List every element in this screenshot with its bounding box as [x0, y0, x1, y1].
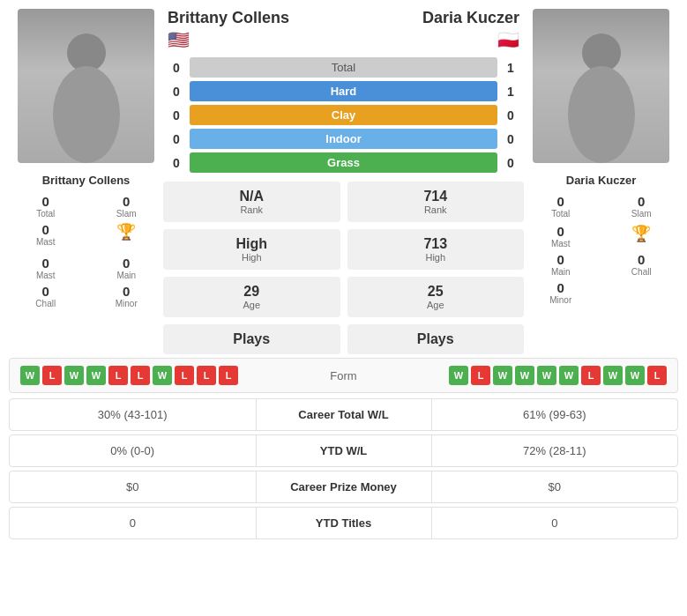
- left-player-photo: [18, 9, 154, 163]
- form-badge-w: W: [86, 366, 106, 385]
- right-form-badges: WLWWWWLWWL: [379, 366, 668, 385]
- total-left-score: 0: [163, 61, 190, 75]
- stats-row: $0 Career Prize Money $0: [9, 471, 678, 503]
- indoor-badge: Indoor: [190, 129, 497, 149]
- comparison-section: Brittany Collens 0 Total 0 Slam 0 Mast 🏆: [9, 9, 678, 358]
- right-player-name: Daria Kuczer: [566, 174, 636, 187]
- hard-badge: Hard: [190, 81, 497, 101]
- right-player-photo: [533, 9, 669, 163]
- stats-center: Career Total W/L: [256, 399, 432, 430]
- left-total-val: 0 Total: [9, 194, 83, 219]
- right-main2: 0 Main: [524, 252, 598, 277]
- clay-row: 0 Clay 0: [163, 105, 524, 125]
- stats-left: $0: [10, 471, 256, 502]
- grass-row: 0 Grass 0: [163, 152, 524, 173]
- right-total-val: 0 Total: [524, 194, 598, 219]
- hard-row: 0 Hard 1: [163, 81, 524, 101]
- grass-right-score: 0: [497, 156, 524, 170]
- svg-point-3: [568, 66, 635, 163]
- right-flag: 🇵🇱: [422, 29, 519, 50]
- right-minor2: 0 Minor: [524, 280, 598, 305]
- svg-point-1: [53, 66, 120, 163]
- left-slam-val: 0 Slam: [90, 194, 164, 219]
- form-badge-l: L: [42, 366, 62, 385]
- stats-left: 0% (0-0): [10, 435, 256, 466]
- form-badge-w: W: [559, 366, 579, 385]
- total-row: 0 Total 1: [163, 57, 524, 78]
- left-form-badges: WLWWLLWLLL: [20, 366, 309, 385]
- center-column: Brittany Collens 🇺🇸 Daria Kuczer 🇵🇱 0 To…: [163, 9, 524, 358]
- names-row: Brittany Collens 🇺🇸 Daria Kuczer 🇵🇱: [163, 9, 524, 50]
- form-badge-w: W: [537, 366, 556, 385]
- left-player-stats: 0 Total 0 Slam 0 Mast 🏆: [9, 192, 163, 252]
- right-player-stats2: 0 Mast 🏆 0 Main 0 Chall 0 Minor: [524, 222, 678, 307]
- stats-row: 0 YTD Titles 0: [9, 507, 678, 539]
- right-player-column: Daria Kuczer 0 Total 0 Slam 0 Mast 🏆: [524, 9, 678, 358]
- stats-center: YTD Titles: [256, 508, 432, 538]
- form-label: Form: [309, 369, 379, 382]
- stats-left: 0: [10, 508, 256, 538]
- form-badge-w: W: [20, 366, 40, 385]
- form-badge-l: L: [175, 366, 194, 385]
- stats-row: 30% (43-101) Career Total W/L 61% (99-63…: [9, 398, 678, 431]
- form-badge-l: L: [108, 366, 128, 385]
- total-right-score: 1: [497, 61, 524, 75]
- right-trophy-icon: 🏆: [605, 224, 679, 249]
- right-high-box: 713 High: [347, 229, 525, 270]
- form-badge-l: L: [197, 366, 216, 385]
- grass-badge: Grass: [190, 152, 497, 173]
- right-info-boxes: 714 Rank 713 High 25 Age Plays: [347, 182, 525, 358]
- form-badge-w: W: [449, 366, 468, 385]
- form-section: WLWWLLWLLL Form WLWWWWLWWL: [9, 358, 678, 393]
- right-age-box: 25 Age: [347, 277, 525, 317]
- indoor-row: 0 Indoor 0: [163, 129, 524, 149]
- left-plays-box: Plays: [163, 324, 340, 354]
- form-badge-w: W: [153, 366, 172, 385]
- indoor-right-score: 0: [497, 132, 524, 146]
- left-mast-val: 0 Mast: [9, 222, 83, 247]
- left-high-box: High High: [163, 229, 340, 270]
- right-plays-box: Plays: [347, 324, 525, 354]
- left-age-box: 29 Age: [163, 277, 340, 317]
- clay-left-score: 0: [163, 108, 190, 122]
- left-player-column: Brittany Collens 0 Total 0 Slam 0 Mast 🏆: [9, 9, 163, 358]
- form-badge-w: W: [493, 366, 512, 385]
- grass-left-score: 0: [163, 156, 190, 170]
- left-trophy-icon: 🏆: [90, 222, 164, 247]
- main-container: Brittany Collens 0 Total 0 Slam 0 Mast 🏆: [0, 0, 687, 552]
- left-player-name: Brittany Collens: [42, 174, 131, 187]
- left-name-header: Brittany Collens 🇺🇸: [168, 9, 289, 50]
- left-rank-box: N/A Rank: [163, 182, 340, 222]
- form-badge-l: L: [131, 366, 150, 385]
- stats-section: 30% (43-101) Career Total W/L 61% (99-63…: [9, 398, 678, 539]
- form-badge-w: W: [603, 366, 623, 385]
- clay-right-score: 0: [497, 108, 524, 122]
- right-chall2: 0 Chall: [605, 252, 679, 277]
- right-rank-box: 714 Rank: [347, 182, 525, 222]
- left-info-boxes: N/A Rank High High 29 Age Plays: [163, 182, 340, 358]
- indoor-left-score: 0: [163, 132, 190, 146]
- clay-badge: Clay: [190, 105, 497, 125]
- left-chall2: 0 Chall: [9, 284, 83, 308]
- form-badge-l: L: [471, 366, 490, 385]
- left-main2: 0 Main: [90, 256, 164, 280]
- form-badge-l: L: [647, 366, 667, 385]
- form-badge-w: W: [625, 366, 645, 385]
- stats-center: YTD W/L: [256, 435, 432, 466]
- stats-right: 0: [432, 508, 678, 538]
- left-flag: 🇺🇸: [168, 29, 289, 50]
- left-minor2: 0 Minor: [90, 284, 164, 308]
- total-badge: Total: [190, 57, 497, 78]
- hard-right-score: 1: [497, 85, 524, 99]
- stats-row: 0% (0-0) YTD W/L 72% (28-11): [9, 434, 678, 467]
- right-slam-val: 0 Slam: [605, 194, 679, 219]
- form-badge-w: W: [64, 366, 84, 385]
- stats-right: 72% (28-11): [432, 435, 678, 466]
- stats-right: $0: [432, 471, 678, 502]
- stats-center: Career Prize Money: [256, 471, 432, 502]
- left-player-stats2: 0 Mast 0 Main 0 Chall 0 Minor: [9, 254, 163, 310]
- right-player-stats: 0 Total 0 Slam: [524, 192, 678, 220]
- form-badge-l: L: [219, 366, 238, 385]
- right-mast2: 0 Mast: [524, 224, 598, 249]
- right-name-header: Daria Kuczer 🇵🇱: [422, 9, 519, 50]
